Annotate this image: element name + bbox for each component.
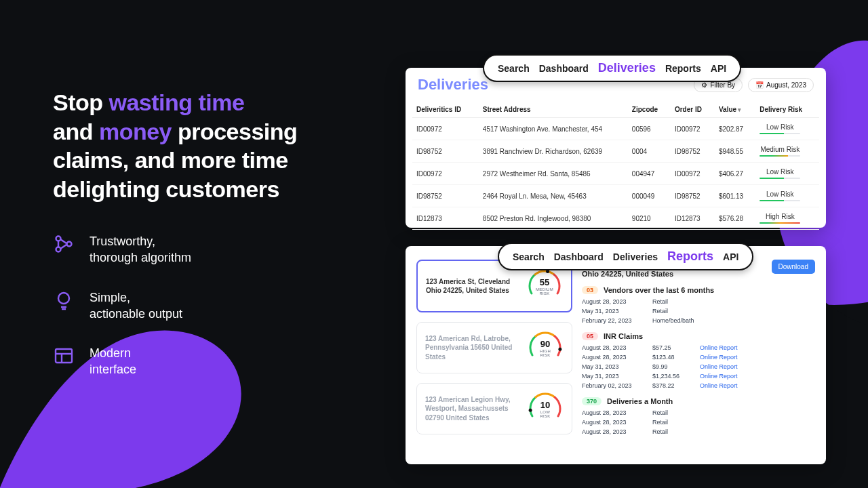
hero-text: processing	[172, 119, 297, 144]
hero-headline: Stop wasting time and money processing c…	[53, 88, 372, 203]
list-item: August 28, 2023Retail	[582, 427, 815, 436]
online-report-link[interactable]: Online Report	[700, 344, 738, 351]
list-item: February 02, 2023$378.22Online Report	[582, 381, 815, 390]
deliveries-table: Deliveritics ID Street Address Zipcode O…	[412, 102, 819, 230]
deliveries-panel: Deliveries ⚙ Filter By 📅 August, 2023 De…	[406, 68, 826, 228]
hero-text: and	[53, 119, 99, 144]
nav-search[interactable]: Search	[513, 251, 545, 262]
table-row[interactable]: ID009722972 Westheimer Rd. Santa, 854860…	[412, 163, 819, 185]
online-report-link[interactable]: Online Report	[700, 373, 738, 380]
feature-algorithm: Trustworthy,thorough algorithm	[53, 233, 372, 266]
section-vendors: 03 Vendors over the last 6 months August…	[582, 286, 815, 325]
col-value[interactable]: Value▾	[715, 102, 755, 118]
card-address: 123 America St, Cleveland Ohio 24225, Un…	[426, 277, 521, 296]
list-item: August 28, 2023Retail	[582, 418, 815, 427]
table-row[interactable]: ID987522464 Royal Ln. Mesa, New, 4546300…	[412, 185, 819, 207]
lightbulb-icon	[53, 289, 75, 311]
feature-line: interface	[90, 363, 136, 376]
layout-icon	[53, 345, 75, 367]
table-row[interactable]: ID987523891 Ranchview Dr. Richardson, 62…	[412, 140, 819, 163]
col-id[interactable]: Deliveritics ID	[412, 102, 479, 118]
col-risk[interactable]: Delivery Risk	[755, 102, 819, 118]
nodes-icon	[53, 233, 75, 255]
online-report-link[interactable]: Online Report	[700, 382, 738, 389]
feature-line: Trustworthy,	[90, 235, 155, 248]
feature-interface: Moderninterface	[53, 345, 372, 378]
svg-rect-4	[56, 349, 72, 363]
hero-text: delighting customers	[53, 176, 279, 202]
nav-deliveries[interactable]: Deliveries	[613, 251, 658, 262]
table-row[interactable]: ID128738502 Preston Rd. Inglewood, 98380…	[412, 207, 819, 230]
hero-text: claims, and more time	[53, 147, 288, 173]
list-item: August 28, 2023$123.48Online Report	[582, 352, 815, 362]
nav-pill-deliveries: Search Dashboard Deliveries Reports API	[483, 54, 741, 82]
feature-output: Simple,actionable output	[53, 289, 372, 323]
list-item: February 22, 2023Home/bed/bath	[582, 316, 815, 325]
date-label: August, 2023	[766, 81, 806, 89]
address-card[interactable]: 123 American Rd, Latrobe, Pennsylvania 1…	[416, 322, 572, 373]
filter-label: Filter By	[710, 81, 735, 89]
list-item: May 31, 2023$1,234.56Online Report	[582, 371, 815, 381]
col-order[interactable]: Order ID	[671, 102, 715, 118]
vendors-title: Vendors over the last 6 months	[604, 286, 714, 294]
claims-title: INR Claims	[604, 332, 643, 340]
table-row[interactable]: ID009724517 Washington Ave. Manchester, …	[412, 118, 819, 140]
card-address: 123 American Rd, Latrobe, Pennsylvania 1…	[425, 334, 521, 362]
risk-gauge: 90HIGHRISK	[527, 329, 564, 366]
filter-icon: ⚙	[701, 81, 707, 89]
feature-line: actionable output	[90, 307, 182, 321]
download-button[interactable]: Download	[772, 260, 815, 274]
list-item: August 28, 2023Retail	[582, 297, 815, 306]
vendors-badge: 03	[582, 286, 598, 294]
col-street[interactable]: Street Address	[479, 102, 628, 118]
card-address: 123 American Legion Hwy, Westport, Massa…	[425, 395, 521, 423]
nav-pill-reports: Search Dashboard Deliveries Reports API	[498, 243, 753, 270]
col-zip[interactable]: Zipcode	[628, 102, 671, 118]
hero-accent-2: money	[99, 119, 172, 144]
svg-point-3	[58, 293, 69, 304]
svg-point-1	[56, 247, 61, 252]
nav-deliveries[interactable]: Deliveries	[598, 61, 656, 75]
monthly-title: Deliveries a Month	[607, 397, 673, 405]
online-report-link[interactable]: Online Report	[700, 363, 738, 370]
hero-accent-1: wasting time	[108, 89, 244, 115]
nav-api[interactable]: API	[723, 251, 738, 262]
list-item: August 28, 2023$57.25Online Report	[582, 343, 815, 352]
section-monthly: 370 Deliveries a Month August 28, 2023Re…	[582, 397, 815, 436]
list-item: May 31, 2023$9.99Online Report	[582, 362, 815, 371]
risk-gauge: 10LOWRISK	[527, 390, 564, 427]
address-card[interactable]: 123 American Legion Hwy, Westport, Massa…	[416, 383, 572, 434]
deliveries-title: Deliveries	[418, 76, 488, 94]
nav-dashboard[interactable]: Dashboard	[539, 63, 589, 74]
nav-dashboard[interactable]: Dashboard	[554, 251, 604, 262]
reports-panel: 123 America St, Cleveland Ohio 24225, Un…	[406, 246, 826, 464]
claims-badge: 05	[582, 332, 598, 340]
online-report-link[interactable]: Online Report	[700, 354, 738, 361]
list-item: May 31, 2023Retail	[582, 306, 815, 316]
section-claims: 05 INR Claims August 28, 2023$57.25Onlin…	[582, 332, 815, 390]
svg-point-0	[56, 237, 61, 241]
calendar-icon: 📅	[755, 81, 764, 89]
nav-search[interactable]: Search	[498, 63, 530, 74]
feature-line: Simple,	[90, 291, 130, 304]
nav-api[interactable]: API	[711, 63, 726, 74]
nav-reports[interactable]: Reports	[665, 63, 701, 74]
sort-desc-icon: ▾	[738, 106, 741, 113]
feature-line: thorough algorithm	[90, 251, 191, 264]
nav-reports[interactable]: Reports	[667, 249, 713, 264]
risk-gauge: 55MEDIUMRISK	[526, 268, 563, 304]
monthly-badge: 370	[582, 397, 601, 405]
hero-text: Stop	[53, 89, 108, 115]
feature-line: Modern	[90, 346, 131, 360]
list-item: August 28, 2023Retail	[582, 408, 815, 418]
date-filter-button[interactable]: 📅 August, 2023	[748, 78, 814, 92]
svg-point-2	[67, 242, 72, 247]
